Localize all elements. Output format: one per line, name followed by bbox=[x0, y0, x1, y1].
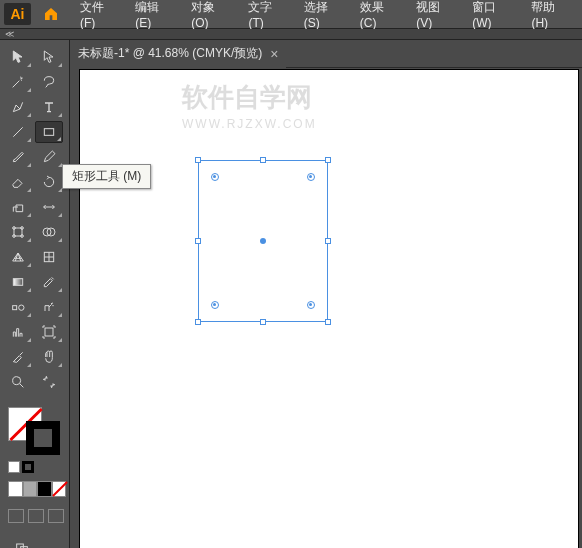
menu-select[interactable]: 选择(S) bbox=[296, 0, 350, 33]
resize-handle[interactable] bbox=[195, 238, 201, 244]
corner-widget[interactable] bbox=[211, 301, 219, 309]
mesh-tool-icon[interactable] bbox=[35, 246, 63, 268]
watermark: 软件自学网 WWW.RJZXW.COM bbox=[182, 80, 317, 131]
stroke-swatch-icon[interactable] bbox=[26, 421, 60, 455]
scale-tool-icon[interactable] bbox=[4, 196, 32, 218]
draw-mode-behind-icon[interactable] bbox=[28, 509, 44, 523]
corner-widget[interactable] bbox=[211, 173, 219, 181]
perspective-grid-tool-icon[interactable] bbox=[4, 246, 32, 268]
menu-help[interactable]: 帮助(H) bbox=[523, 0, 578, 33]
rotate-tool-icon[interactable] bbox=[35, 171, 63, 193]
zoom-tool-icon[interactable] bbox=[4, 371, 32, 393]
corner-widget[interactable] bbox=[307, 301, 315, 309]
lasso-tool-icon[interactable] bbox=[35, 71, 63, 93]
tabbar: 未标题-1* @ 41.68% (CMYK/预览) × bbox=[70, 40, 582, 68]
close-icon[interactable]: × bbox=[270, 46, 278, 62]
center-point[interactable] bbox=[260, 238, 266, 244]
svg-rect-14 bbox=[17, 544, 24, 548]
color-chip-none[interactable] bbox=[52, 481, 67, 497]
column-graph-tool-icon[interactable] bbox=[4, 321, 32, 343]
svg-rect-12 bbox=[45, 328, 53, 336]
menu-object[interactable]: 对象(O) bbox=[183, 0, 238, 33]
svg-rect-10 bbox=[13, 306, 17, 310]
menu-type[interactable]: 文字(T) bbox=[240, 0, 293, 33]
eraser-tool-icon[interactable] bbox=[4, 171, 32, 193]
screen-mode-icon[interactable] bbox=[8, 537, 36, 548]
artboard-tool-icon[interactable] bbox=[35, 321, 63, 343]
eyedropper-tool-icon[interactable] bbox=[35, 271, 63, 293]
slice-tool-icon[interactable] bbox=[4, 346, 32, 368]
document-tab[interactable]: 未标题-1* @ 41.68% (CMYK/预览) × bbox=[70, 40, 286, 68]
flyout-row: ≪ bbox=[0, 29, 582, 40]
draw-mode-normal-icon[interactable] bbox=[8, 509, 24, 523]
color-chip-color[interactable] bbox=[8, 481, 23, 497]
resize-handle[interactable] bbox=[325, 238, 331, 244]
symbol-sprayer-tool-icon[interactable] bbox=[35, 296, 63, 318]
rectangle-tool-icon[interactable] bbox=[35, 121, 63, 143]
draw-mode-inside-icon[interactable] bbox=[48, 509, 64, 523]
swap-fill-stroke-icon[interactable] bbox=[22, 461, 34, 473]
home-icon[interactable] bbox=[37, 3, 64, 25]
resize-handle[interactable] bbox=[195, 157, 201, 163]
default-fill-stroke-icon[interactable] bbox=[8, 461, 20, 473]
flyout-icon[interactable]: ≪ bbox=[4, 29, 14, 39]
svg-point-11 bbox=[19, 305, 24, 310]
magic-wand-tool-icon[interactable] bbox=[4, 71, 32, 93]
shapebuilder-tool-icon[interactable] bbox=[35, 221, 63, 243]
color-chip-gradient[interactable] bbox=[23, 481, 38, 497]
fill-stroke-swatch[interactable] bbox=[8, 407, 60, 455]
color-mode-chips bbox=[8, 481, 66, 497]
direct-selection-tool-icon[interactable] bbox=[35, 46, 63, 68]
resize-handle[interactable] bbox=[195, 319, 201, 325]
menu-edit[interactable]: 编辑(E) bbox=[127, 0, 181, 33]
gradient-tool-icon[interactable] bbox=[4, 271, 32, 293]
pencil-tool-icon[interactable] bbox=[35, 146, 63, 168]
pen-tool-icon[interactable] bbox=[4, 96, 32, 118]
corner-widget[interactable] bbox=[307, 173, 315, 181]
width-tool-icon[interactable] bbox=[35, 196, 63, 218]
menu-file[interactable]: 文件(F) bbox=[72, 0, 125, 33]
color-chip-black[interactable] bbox=[37, 481, 52, 497]
svg-point-13 bbox=[13, 377, 21, 385]
svg-rect-9 bbox=[13, 279, 22, 286]
blend-tool-icon[interactable] bbox=[4, 296, 32, 318]
menubar: Ai 文件(F) 编辑(E) 对象(O) 文字(T) 选择(S) 效果(C) 视… bbox=[0, 0, 582, 29]
type-tool-icon[interactable] bbox=[35, 96, 63, 118]
selection-tool-icon[interactable] bbox=[4, 46, 32, 68]
free-transform-tool-icon[interactable] bbox=[4, 221, 32, 243]
toggle-fill-stroke-icon[interactable] bbox=[35, 371, 63, 393]
tooltip: 矩形工具 (M) bbox=[62, 164, 151, 189]
artboard[interactable]: 软件自学网 WWW.RJZXW.COM bbox=[80, 70, 578, 548]
paintbrush-tool-icon[interactable] bbox=[4, 146, 32, 168]
selected-rectangle[interactable] bbox=[198, 160, 328, 322]
resize-handle[interactable] bbox=[325, 157, 331, 163]
tab-title: 未标题-1* @ 41.68% (CMYK/预览) bbox=[78, 45, 262, 62]
hand-tool-icon[interactable] bbox=[35, 346, 63, 368]
menu-effect[interactable]: 效果(C) bbox=[352, 0, 407, 33]
toolbar bbox=[0, 40, 70, 548]
resize-handle[interactable] bbox=[260, 319, 266, 325]
app-logo-icon: Ai bbox=[4, 3, 31, 25]
canvas[interactable]: 软件自学网 WWW.RJZXW.COM bbox=[70, 68, 582, 548]
menu-view[interactable]: 视图(V) bbox=[408, 0, 462, 33]
line-tool-icon[interactable] bbox=[4, 121, 32, 143]
menu-window[interactable]: 窗口(W) bbox=[464, 0, 521, 33]
resize-handle[interactable] bbox=[325, 319, 331, 325]
resize-handle[interactable] bbox=[260, 157, 266, 163]
svg-rect-0 bbox=[44, 129, 53, 136]
